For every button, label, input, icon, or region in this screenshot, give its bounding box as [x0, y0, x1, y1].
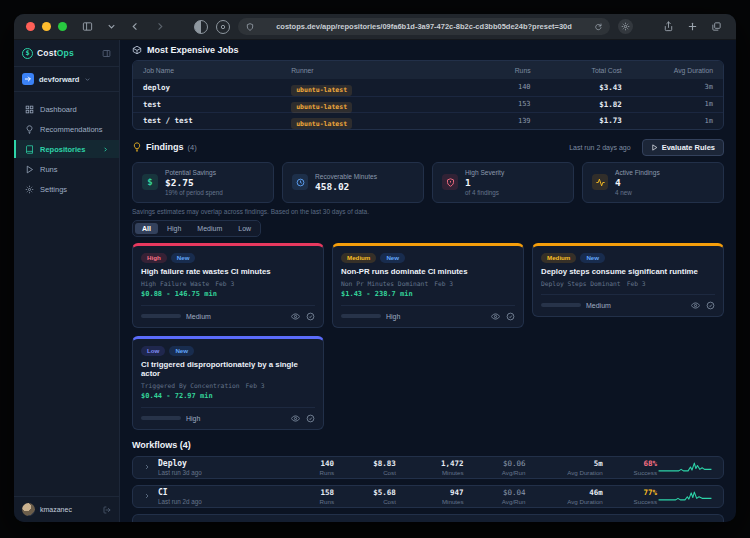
dollar-icon: $: [142, 174, 158, 190]
clock-icon: [292, 174, 308, 190]
findings-title: Findings: [146, 142, 184, 152]
browser-settings-icon[interactable]: [618, 19, 633, 34]
filter-medium[interactable]: Medium: [190, 223, 229, 234]
chevron-right-icon: [101, 146, 110, 153]
check-circle-icon[interactable]: [706, 301, 715, 310]
stat-card-active-findings: Active Findings 4 4 new: [582, 162, 724, 203]
col-runner: Runner: [291, 67, 462, 74]
status-badge: New: [169, 346, 194, 356]
workflow-row-partial[interactable]: [132, 514, 724, 522]
zoom-window-button[interactable]: [58, 22, 67, 31]
finding-card[interactable]: Medium New Non-PR runs dominate CI minut…: [332, 243, 524, 328]
traffic-lights: [26, 22, 67, 31]
finding-rule: Triggered By ConcentrationFeb 3: [141, 382, 315, 389]
filter-high[interactable]: High: [160, 223, 188, 234]
finding-card[interactable]: High New High failure rate wastes CI min…: [132, 243, 324, 328]
stat-card-potential-savings: $ Potential Savings $2.75 19% of period …: [132, 162, 274, 203]
play-icon: [25, 165, 34, 174]
col-total-cost: Total Cost: [531, 67, 622, 74]
minimize-window-button[interactable]: [42, 22, 51, 31]
tab-overview-icon[interactable]: [708, 19, 724, 35]
confidence-label: Medium: [186, 313, 211, 320]
check-circle-icon[interactable]: [306, 414, 315, 423]
severity-badge: Medium: [341, 253, 376, 263]
workspace-selector[interactable]: devforward: [14, 67, 119, 92]
sidebar-header: $ CostOps: [14, 40, 119, 67]
share-icon[interactable]: [660, 19, 676, 35]
finding-card[interactable]: Low New CI triggered disproportionately …: [132, 336, 324, 430]
confidence-label: High: [186, 415, 200, 422]
workflow-row[interactable]: Deploy Last run 3d ago 140Runs $8.83Cost…: [132, 456, 724, 479]
check-circle-icon[interactable]: [306, 312, 315, 321]
screenshot-stage: costops.dev/app/repositories/09fa6b1d-3a…: [0, 0, 750, 538]
success-rate: 77%: [603, 488, 657, 497]
eye-icon[interactable]: [691, 301, 700, 310]
forward-button[interactable]: [151, 19, 167, 35]
workspace-icon: [22, 73, 34, 85]
table-row[interactable]: lint_js ubuntu-latest 153 $1.01 29s: [133, 129, 723, 130]
sidebar-item-label: Repositories: [40, 145, 85, 154]
package-icon: [132, 45, 142, 55]
finding-card[interactable]: Medium New Deploy steps consume signific…: [532, 243, 724, 317]
shields-privacy-icon[interactable]: [194, 20, 208, 34]
finding-rule: Deploy Steps DominantFeb 3: [541, 280, 715, 287]
status-badge: New: [580, 253, 605, 263]
url-text: costops.dev/app/repositories/09fa6b1d-3a…: [260, 22, 588, 31]
sidebar-toggle-icon[interactable]: [79, 19, 95, 35]
finding-title: High failure rate wastes CI minutes: [141, 268, 315, 277]
severity-filter: All High Medium Low: [132, 220, 261, 237]
workflow-name: Deploy: [158, 459, 284, 468]
eye-icon[interactable]: [291, 414, 300, 423]
status-badge: New: [380, 253, 405, 263]
lightbulb-icon: [132, 142, 142, 152]
findings-header: Findings (4) Last run 2 days ago Evaluat…: [132, 139, 724, 156]
workflow-last-run: Last run 2d ago: [158, 498, 284, 505]
address-bar[interactable]: costops.dev/app/repositories/09fa6b1d-3a…: [238, 18, 610, 35]
findings-stats: $ Potential Savings $2.75 19% of period …: [132, 162, 724, 203]
main-content: Most Expensive Jobs Job Name Runner Runs…: [120, 40, 736, 522]
evaluate-rules-button[interactable]: Evaluate Rules: [642, 139, 724, 156]
jobs-table: Job Name Runner Runs Total Cost Avg Dura…: [132, 60, 724, 130]
sparkline-chart: [657, 488, 713, 504]
table-row[interactable]: deploy ubuntu-latest 140 $3.43 3m: [133, 79, 723, 96]
col-avg-duration: Avg Duration: [622, 67, 713, 74]
finding-title: Non-PR runs dominate CI minutes: [341, 268, 515, 277]
browser-toolbar: costops.dev/app/repositories/09fa6b1d-3a…: [14, 14, 736, 40]
sidebar-item-recommendations[interactable]: Recommendations: [14, 120, 119, 138]
play-icon: [651, 144, 658, 151]
finding-title: CI triggered disproportionately by a sin…: [141, 361, 315, 379]
collapse-sidebar-icon[interactable]: [102, 49, 111, 58]
sidebar-item-dashboard[interactable]: Dashboard: [14, 100, 119, 118]
logout-icon[interactable]: [103, 506, 111, 514]
activity-icon: [592, 174, 608, 190]
expand-chevron-icon[interactable]: [143, 463, 151, 471]
browser-window: costops.dev/app/repositories/09fa6b1d-3a…: [14, 14, 736, 522]
eye-icon[interactable]: [491, 312, 500, 321]
repository-book-icon: [25, 145, 34, 154]
new-tab-icon[interactable]: [684, 19, 700, 35]
filter-low[interactable]: Low: [231, 223, 258, 234]
eye-icon[interactable]: [291, 312, 300, 321]
sparkline-chart: [657, 459, 713, 475]
workspace-chevron-down-icon: [84, 76, 91, 83]
confidence-bar: [141, 416, 181, 420]
gear-icon: [25, 185, 34, 194]
reload-icon[interactable]: [594, 23, 602, 31]
extension-icon[interactable]: [216, 20, 230, 34]
check-circle-icon[interactable]: [506, 312, 515, 321]
sidebar-item-settings[interactable]: Settings: [14, 180, 119, 198]
table-row[interactable]: test ubuntu-latest 153 $1.82 1m: [133, 96, 723, 113]
sidebar-item-runs[interactable]: Runs: [14, 160, 119, 178]
finding-savings: $1.43 - 238.7 min: [341, 290, 515, 298]
brand-name: CostOps: [37, 48, 74, 58]
table-row[interactable]: test / test ubuntu-latest 139 $1.73 1m: [133, 112, 723, 129]
expand-chevron-icon[interactable]: [143, 492, 151, 500]
sidebar-item-label: Runs: [40, 165, 58, 174]
toolbar-chevron-down-icon[interactable]: [103, 19, 119, 35]
workflow-row[interactable]: CI Last run 2d ago 158Runs $5.68Cost 947…: [132, 485, 724, 508]
filter-all[interactable]: All: [135, 223, 158, 234]
back-button[interactable]: [127, 19, 143, 35]
sidebar-user: kmazanec: [14, 496, 119, 522]
close-window-button[interactable]: [26, 22, 35, 31]
sidebar-item-repositories[interactable]: Repositories: [14, 140, 119, 158]
